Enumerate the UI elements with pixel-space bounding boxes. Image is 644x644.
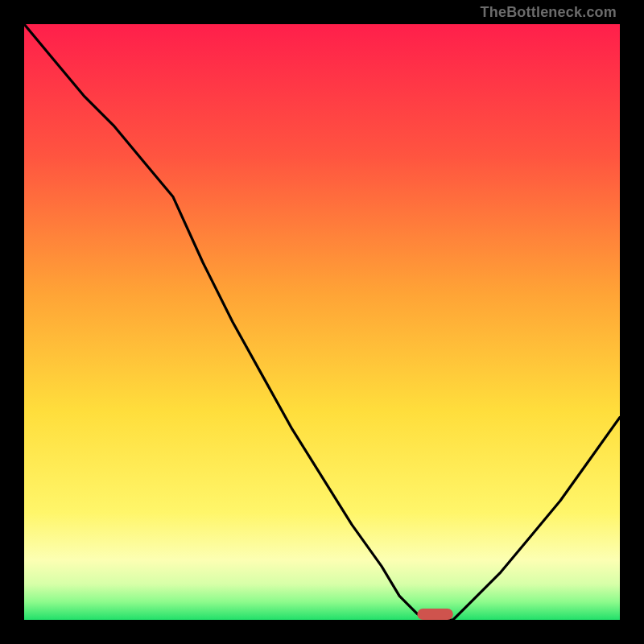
watermark-label: TheBottleneck.com xyxy=(481,5,617,19)
plot-area xyxy=(24,24,620,620)
chart-stage: TheBottleneck.com xyxy=(0,0,644,644)
bottleneck-curve-svg xyxy=(24,24,620,620)
bottleneck-curve-line xyxy=(24,24,620,620)
optimal-range-marker xyxy=(417,609,452,620)
